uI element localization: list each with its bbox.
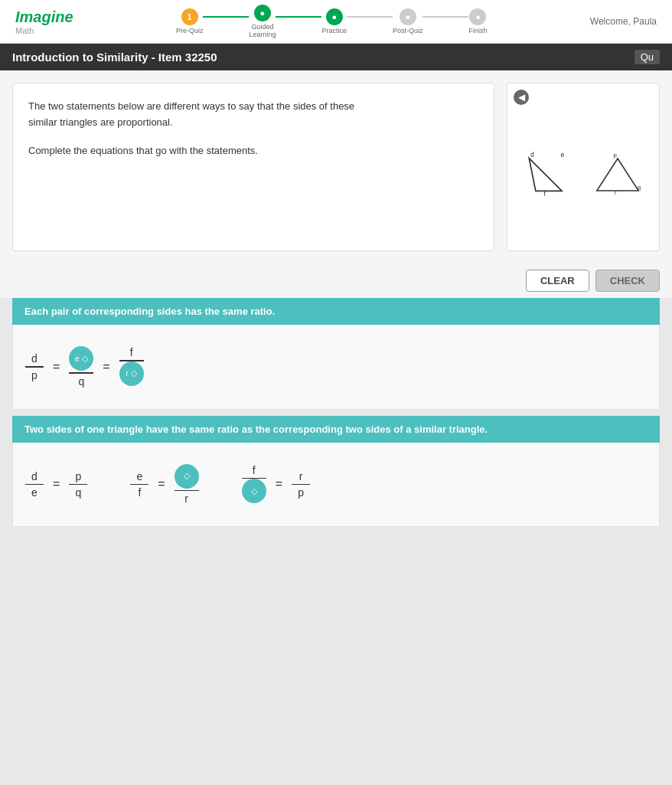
step-line-1: [203, 16, 249, 18]
frac-p-q: p q: [69, 470, 87, 499]
progress-nav: 1 Pre-Quiz ● GuidedLearning ● Practice ●…: [140, 5, 523, 38]
frac3-num: f: [130, 346, 133, 360]
section2: Two sides of one triangle have the same …: [12, 416, 660, 528]
frac-d-e: d e: [25, 470, 44, 499]
triangle-large: p q r: [591, 152, 644, 198]
select-o-top-button[interactable]: ◇: [175, 464, 199, 489]
s2-eq2: =: [158, 477, 165, 491]
section1-fraction-row: d p = e ◇ q = f: [25, 340, 647, 394]
s2-frac6-num: r: [299, 470, 303, 484]
frac-e-f: e f: [130, 470, 148, 499]
s2-frac2-num: p: [75, 470, 81, 484]
button-row: CLEAR CHECK: [0, 263, 672, 298]
header: Imagine Math 1 Pre-Quiz ● GuidedLearning…: [0, 0, 672, 44]
question-line2: similar triangles are proportional.: [28, 116, 173, 128]
step-label-finish: Finish: [468, 27, 487, 34]
diagram-area: ◀ d e f p q r: [507, 83, 660, 251]
question-text: The two statements below are different w…: [28, 99, 478, 131]
question-instruction: Complete the equations that go with the …: [28, 143, 478, 159]
fraction-e-q: e ◇ q: [69, 346, 93, 388]
section1-body: d p = e ◇ q = f: [12, 325, 660, 410]
step-line-2: [276, 16, 321, 18]
step-circle-practice: ●: [326, 8, 343, 25]
svg-text:p: p: [614, 152, 617, 159]
svg-text:r: r: [615, 189, 617, 196]
select-r-container: r ◇: [119, 361, 144, 388]
s2-eq3: =: [276, 477, 282, 491]
step-practice[interactable]: ● Practice: [321, 8, 347, 34]
triangles-container: d e f p q r: [522, 152, 644, 198]
step-circle-finish: ●: [469, 8, 486, 25]
s2-frac5-num: f: [253, 464, 256, 478]
section1: Each pair of corresponding sides has the…: [12, 298, 660, 410]
select-e-container: e ◇: [69, 346, 93, 372]
logo-container: Imagine Math: [15, 8, 73, 35]
s2-eq1: =: [53, 477, 60, 491]
clear-button[interactable]: CLEAR: [526, 270, 589, 292]
select-o-bot-button[interactable]: ◇: [242, 479, 266, 503]
frac1-num: d: [31, 352, 38, 366]
section1-wrapper: Each pair of corresponding sides has the…: [0, 298, 672, 410]
frac-select-r: ◇ r: [175, 464, 199, 505]
frac1-den: p: [31, 368, 38, 381]
s2-frac3-den: f: [138, 485, 141, 499]
select-o-top-container: ◇: [175, 464, 199, 490]
back-arrow[interactable]: ◀: [514, 90, 529, 105]
svg-text:e: e: [560, 152, 564, 159]
step-postquiz[interactable]: ● Post-Quiz: [393, 8, 423, 34]
question-area: The two statements below are different w…: [12, 83, 494, 251]
step-label-postquiz: Post-Quiz: [393, 27, 423, 34]
s2-frac6-den: p: [298, 485, 304, 499]
logo-text: Imagine: [15, 8, 73, 26]
item-title: Introduction to Similarity - Item 32250: [12, 51, 217, 64]
s2-frac4-den: r: [184, 491, 188, 505]
triangle-small: d e f: [522, 152, 576, 198]
step-circle-postquiz: ●: [400, 8, 416, 25]
s2-frac3-num: e: [136, 470, 142, 484]
check-button[interactable]: CHECK: [595, 270, 660, 292]
section2-fraction-row: d e = p q e f =: [25, 458, 647, 512]
step-line-4: [422, 16, 468, 18]
fraction-f-r: f r ◇: [119, 346, 144, 388]
svg-marker-0: [529, 159, 562, 191]
step-prequiz[interactable]: 1 Pre-Quiz: [176, 8, 204, 34]
fraction-d-p: d p: [25, 352, 44, 381]
step-label-practice: Practice: [321, 27, 347, 34]
step-finish[interactable]: ● Finish: [468, 8, 487, 34]
main-content: The two statements below are different w…: [0, 70, 672, 263]
frac-f-sel: f ◇: [242, 464, 266, 505]
equals-1: =: [53, 360, 60, 374]
select-e-button[interactable]: e ◇: [69, 346, 93, 371]
select-o-bot-container: ◇: [242, 479, 266, 505]
step-circle-guided: ●: [254, 5, 271, 21]
frac-r-p: r p: [292, 470, 310, 499]
section1-header: Each pair of corresponding sides has the…: [12, 298, 660, 325]
svg-text:q: q: [638, 184, 641, 191]
section2-wrapper: Two sides of one triangle have the same …: [0, 416, 672, 528]
step-line-3: [347, 16, 393, 18]
title-bar: Introduction to Similarity - Item 32250 …: [0, 44, 672, 70]
frac2-den: q: [78, 374, 84, 388]
step-label-prequiz: Pre-Quiz: [176, 27, 204, 34]
question-line1: The two statements below are different w…: [28, 100, 354, 112]
svg-text:d: d: [530, 152, 534, 159]
step-guided[interactable]: ● GuidedLearning: [249, 5, 276, 38]
step-label-guided: GuidedLearning: [249, 23, 276, 38]
s2-frac1-den: e: [31, 485, 38, 499]
section2-body: d e = p q e f =: [12, 443, 660, 528]
step-circle-prequiz: 1: [181, 8, 198, 25]
section2-header: Two sides of one triangle have the same …: [12, 416, 660, 443]
welcome-text: Welcome, Paula: [590, 16, 657, 27]
quiz-label: Qu: [634, 50, 660, 64]
s2-frac2-den: q: [75, 485, 81, 499]
select-r-button[interactable]: r ◇: [119, 361, 144, 386]
svg-marker-4: [597, 159, 638, 191]
equals-2: =: [103, 360, 109, 374]
bottom-space: [0, 530, 672, 591]
s2-frac1-num: d: [31, 470, 38, 484]
logo-sub: Math: [15, 26, 73, 35]
